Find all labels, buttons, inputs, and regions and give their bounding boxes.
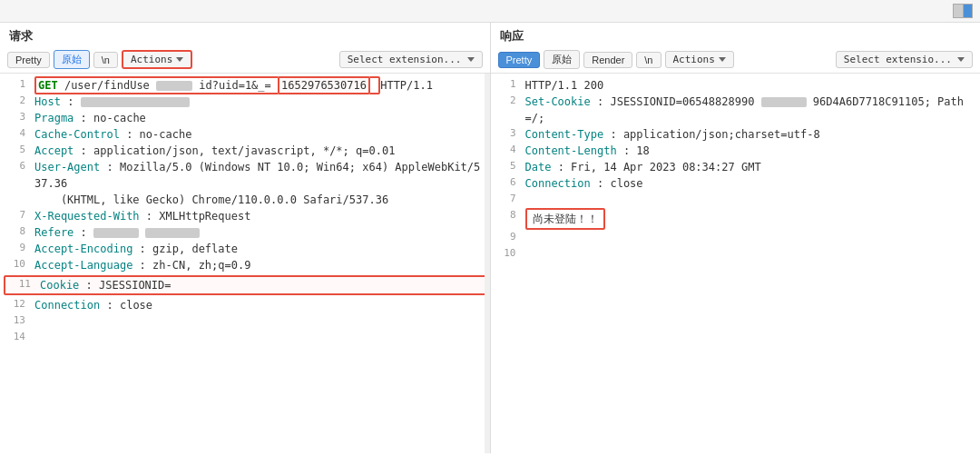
pretty-button[interactable]: Pretty xyxy=(7,52,50,68)
not-logged-in-badge: 尚未登陆！！ xyxy=(525,208,605,230)
table-row: 11 Cookie : JSESSIONID= xyxy=(4,275,486,295)
table-row: 7 xyxy=(491,192,981,208)
split-view-button[interactable] xyxy=(953,4,973,18)
table-row: 8 Refere : xyxy=(0,224,490,241)
response-pane: 响应 Pretty 原始 Render \n Actions Select ex… xyxy=(491,23,981,453)
raw-button[interactable]: 原始 xyxy=(54,50,90,69)
table-row: 7 X-Requested-With : XMLHttpRequest xyxy=(0,208,490,224)
request-pane: 请求 Pretty 原始 \n Actions Select extension… xyxy=(0,23,491,453)
raw-button-response[interactable]: 原始 xyxy=(544,50,580,69)
table-row: 4 Cache-Control : no-cache xyxy=(0,126,490,143)
split-left xyxy=(954,5,964,17)
table-row: 14 xyxy=(0,330,490,346)
table-row: 10 Accept-Language : zh-CN, zh;q=0.9 xyxy=(0,257,490,273)
table-row: 3 Pragma : no-cache xyxy=(0,110,490,126)
table-row: 10 xyxy=(491,246,981,263)
main-container: 请求 Pretty 原始 \n Actions Select extension… xyxy=(0,23,980,453)
response-toolbar: Pretty 原始 Render \n Actions Select exten… xyxy=(491,46,981,74)
table-row: 1 HTTP/1.1 200 xyxy=(491,77,981,94)
split-right xyxy=(964,5,973,17)
actions-button-response[interactable]: Actions xyxy=(665,51,734,68)
table-row: 3 Content-Type : application/json;charse… xyxy=(491,126,981,143)
request-code-area-container: 1 GET /user/findUse id?uid=1&_= 16529765… xyxy=(0,74,490,453)
table-row: 6 User-Agent : Mozilla/5.0 (Windows NT 1… xyxy=(0,159,490,192)
table-row: 4 Content-Length : 18 xyxy=(491,143,981,159)
render-button-response[interactable]: Render xyxy=(583,52,632,68)
response-title: 响应 xyxy=(491,23,981,46)
request-title: 请求 xyxy=(0,23,490,46)
n-button-response[interactable]: \n xyxy=(636,52,661,68)
table-row: 12 Connection : close xyxy=(0,297,490,313)
select-extension-button-response[interactable]: Select extensio... xyxy=(836,51,973,68)
table-row: 9 Accept-Encoding : gzip, deflate xyxy=(0,241,490,257)
response-code-area: 1 HTTP/1.1 200 2 Set-Cookie : JSESSIONID… xyxy=(491,74,981,266)
table-row: 5 Date : Fri, 14 Apr 2023 08:34:27 GMT xyxy=(491,159,981,175)
response-code-area-container: 1 HTTP/1.1 200 2 Set-Cookie : JSESSIONID… xyxy=(491,74,981,453)
n-button[interactable]: \n xyxy=(93,52,118,68)
table-row: 13 xyxy=(0,313,490,330)
table-row: 9 xyxy=(491,230,981,246)
actions-chevron-icon-response xyxy=(719,57,726,62)
table-row: 2 Host : xyxy=(0,94,490,110)
request-scrollbar[interactable] xyxy=(485,74,490,453)
table-row: (KHTML, like Gecko) Chrome/110.0.0.0 Saf… xyxy=(0,192,490,208)
actions-button[interactable]: Actions xyxy=(122,50,192,69)
table-row: 5 Accept : application/json, text/javasc… xyxy=(0,143,490,159)
select-ext-chevron-icon xyxy=(467,57,475,62)
table-row: 8 尚未登陆！！ xyxy=(491,208,981,230)
top-bar xyxy=(0,0,980,23)
table-row: 2 Set-Cookie : JSESSIONID=06548828990 96… xyxy=(491,94,981,126)
select-ext-chevron-icon-response xyxy=(957,57,965,62)
table-row: 1 GET /user/findUse id?uid=1&_= 16529765… xyxy=(0,77,490,94)
select-extension-button[interactable]: Select extension... xyxy=(339,51,483,68)
request-code-area: 1 GET /user/findUse id?uid=1&_= 16529765… xyxy=(0,74,490,350)
pretty-button-response[interactable]: Pretty xyxy=(498,52,541,68)
request-toolbar: Pretty 原始 \n Actions Select extension... xyxy=(0,46,490,74)
actions-chevron-icon xyxy=(176,57,183,62)
table-row: 6 Connection : close xyxy=(491,175,981,192)
